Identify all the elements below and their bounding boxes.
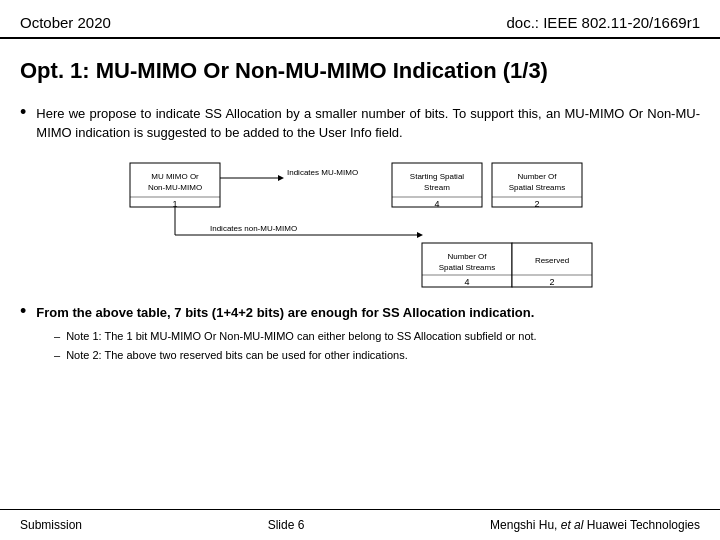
svg-text:Stream: Stream bbox=[424, 183, 450, 192]
sub-note-dash-2: – bbox=[54, 347, 60, 364]
slide-title: Opt. 1: MU-MIMO Or Non-MU-MIMO Indicatio… bbox=[0, 39, 720, 96]
svg-text:Number Of: Number Of bbox=[517, 172, 557, 181]
footer: Submission Slide 6 Mengshi Hu, et al Hua… bbox=[0, 509, 720, 540]
sub-note-1: – Note 1: The 1 bit MU-MIMO Or Non-MU-MI… bbox=[54, 328, 700, 345]
svg-text:4: 4 bbox=[464, 277, 469, 287]
svg-text:4: 4 bbox=[434, 199, 439, 209]
footer-author-end: Huawei Technologies bbox=[587, 518, 700, 532]
sub-note-text-2: Note 2: The above two reserved bits can … bbox=[66, 347, 408, 364]
diagram-svg: MU MIMO Or Non-MU-MIMO 1 Indicates MU-MI… bbox=[120, 153, 600, 293]
sub-note-2: – Note 2: The above two reserved bits ca… bbox=[54, 347, 700, 364]
svg-text:Non-MU-MIMO: Non-MU-MIMO bbox=[148, 183, 202, 192]
bullet-1: • Here we propose to indicate SS Allocat… bbox=[20, 104, 700, 143]
svg-text:2: 2 bbox=[534, 199, 539, 209]
svg-marker-6 bbox=[278, 175, 284, 181]
bullet-text-2-bold: From the above table, 7 bits (1+4+2 bits… bbox=[36, 305, 534, 320]
svg-text:MU MIMO Or: MU MIMO Or bbox=[151, 172, 199, 181]
sub-note-text-1: Note 1: The 1 bit MU-MIMO Or Non-MU-MIMO… bbox=[66, 328, 537, 345]
svg-text:Indicates MU-MIMO: Indicates MU-MIMO bbox=[287, 168, 358, 177]
bullet-text-1: Here we propose to indicate SS Allocatio… bbox=[36, 104, 700, 143]
svg-text:Indicates non-MU-MIMO: Indicates non-MU-MIMO bbox=[210, 224, 297, 233]
bullet-dot-1: • bbox=[20, 102, 26, 123]
slide: October 2020 doc.: IEEE 802.11-20/1669r1… bbox=[0, 0, 720, 540]
svg-text:Number Of: Number Of bbox=[447, 252, 487, 261]
sub-note-dash-1: – bbox=[54, 328, 60, 345]
footer-author-plain: Mengshi Hu, bbox=[490, 518, 557, 532]
diagram-container: MU MIMO Or Non-MU-MIMO 1 Indicates MU-MI… bbox=[120, 153, 600, 293]
header-date: October 2020 bbox=[20, 14, 111, 31]
svg-marker-20 bbox=[417, 232, 423, 238]
header: October 2020 doc.: IEEE 802.11-20/1669r1 bbox=[0, 0, 720, 39]
bullet-text-2: From the above table, 7 bits (1+4+2 bits… bbox=[36, 303, 534, 323]
content: • Here we propose to indicate SS Allocat… bbox=[0, 96, 720, 364]
svg-text:Starting Spatial: Starting Spatial bbox=[410, 172, 464, 181]
footer-author-italic: et al bbox=[561, 518, 584, 532]
svg-text:2: 2 bbox=[549, 277, 554, 287]
footer-submission: Submission bbox=[20, 518, 82, 532]
svg-text:Reserved: Reserved bbox=[535, 256, 569, 265]
bullet-2: • From the above table, 7 bits (1+4+2 bi… bbox=[20, 303, 700, 323]
svg-text:Spatial Streams: Spatial Streams bbox=[439, 263, 495, 272]
footer-slide: Slide 6 bbox=[268, 518, 305, 532]
header-doc: doc.: IEEE 802.11-20/1669r1 bbox=[507, 14, 700, 31]
bullet-dot-2: • bbox=[20, 301, 26, 322]
svg-text:Spatial Streams: Spatial Streams bbox=[509, 183, 565, 192]
sub-notes: – Note 1: The 1 bit MU-MIMO Or Non-MU-MI… bbox=[54, 328, 700, 363]
footer-author: Mengshi Hu, et al Huawei Technologies bbox=[490, 518, 700, 532]
